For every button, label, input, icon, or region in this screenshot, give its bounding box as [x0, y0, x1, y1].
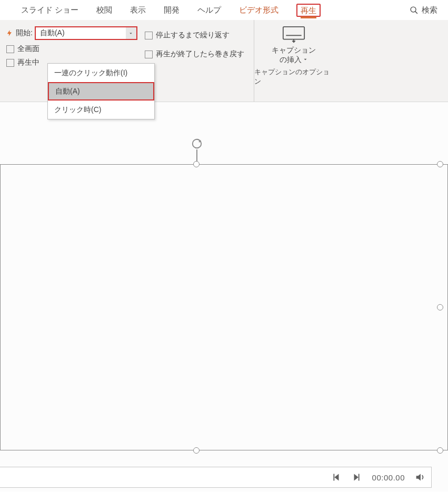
fullscreen-checkbox[interactable] [6, 45, 14, 53]
svg-line-1 [415, 11, 417, 13]
caption-options-group: キャプション の挿入 キャプションのオプション [254, 20, 333, 88]
rewind-checkbox[interactable] [145, 51, 153, 58]
dropdown-item-auto[interactable]: 自動(A) [48, 82, 154, 101]
step-forward-button[interactable] [351, 471, 363, 483]
resize-handle-top-right[interactable] [437, 161, 443, 167]
ribbon-body: 開始: 自動(A) 全画面 再生中 一連のクリック動作(I) 自動(A) クリッ… [0, 20, 448, 102]
resize-handle-bottom-right[interactable] [437, 447, 443, 454]
search-icon [410, 6, 419, 15]
dropdown-item-on-click[interactable]: クリック時(C) [48, 101, 154, 119]
tab-help[interactable]: ヘルプ [197, 5, 221, 15]
slide-canvas[interactable]: 00:00.00 [0, 102, 448, 491]
tab-playback-highlight: 再生 [296, 4, 321, 17]
video-player-bar: 00:00.00 [0, 467, 432, 488]
chevron-down-icon[interactable] [303, 57, 308, 62]
step-back-button[interactable] [330, 471, 342, 483]
volume-icon[interactable] [414, 471, 426, 483]
svg-point-0 [411, 7, 416, 12]
video-options-col2: 停止するまで繰り返す 再生が終了したら巻き戻す [145, 31, 244, 59]
caption-group-footer: キャプションのオプション [254, 64, 333, 88]
video-object[interactable] [0, 164, 448, 450]
tab-review[interactable]: 校閲 [96, 5, 112, 15]
caption-label-line1: キャプション [272, 46, 316, 54]
rewind-label: 再生が終了したら巻き戻す [156, 49, 244, 59]
resize-handle-bottom-mid[interactable] [193, 447, 200, 454]
start-combobox[interactable]: 自動(A) [35, 26, 137, 40]
chevron-down-icon[interactable] [126, 27, 136, 39]
loop-label: 停止するまで繰り返す [156, 31, 230, 40]
hide-while-playing-label: 再生中 [17, 58, 39, 67]
tab-view[interactable]: 表示 [130, 5, 146, 15]
video-options-group: 開始: 自動(A) 全画面 再生中 [0, 20, 137, 67]
svg-rect-2 [283, 26, 304, 39]
playback-time: 00:00.00 [372, 473, 405, 482]
bolt-icon [6, 29, 14, 37]
tab-slideshow[interactable]: スライド ショー [21, 5, 78, 15]
search-label[interactable]: 検索 [422, 5, 437, 15]
fullscreen-label: 全画面 [17, 44, 39, 54]
loop-checkbox[interactable] [145, 32, 153, 39]
rotate-handle-icon[interactable] [191, 138, 203, 149]
start-dropdown: 一連のクリック動作(I) 自動(A) クリック時(C) [47, 63, 155, 119]
resize-handle-mid-right[interactable] [437, 304, 443, 310]
insert-caption-icon[interactable] [282, 25, 305, 43]
tab-video-format[interactable]: ビデオ形式 [239, 5, 278, 15]
resize-handle-top-mid[interactable] [193, 161, 200, 167]
start-combobox-value: 自動(A) [40, 28, 65, 38]
dropdown-item-in-click[interactable]: 一連のクリック動作(I) [48, 64, 154, 82]
hide-while-playing-checkbox[interactable] [6, 59, 14, 67]
start-label: 開始: [16, 28, 33, 38]
caption-label-line2: の挿入 [280, 55, 302, 64]
tab-developer[interactable]: 開発 [164, 5, 180, 15]
tab-playback[interactable]: 再生 [301, 6, 316, 18]
ribbon-tabs: スライド ショー 校閲 表示 開発 ヘルプ ビデオ形式 再生 検索 [0, 0, 448, 20]
